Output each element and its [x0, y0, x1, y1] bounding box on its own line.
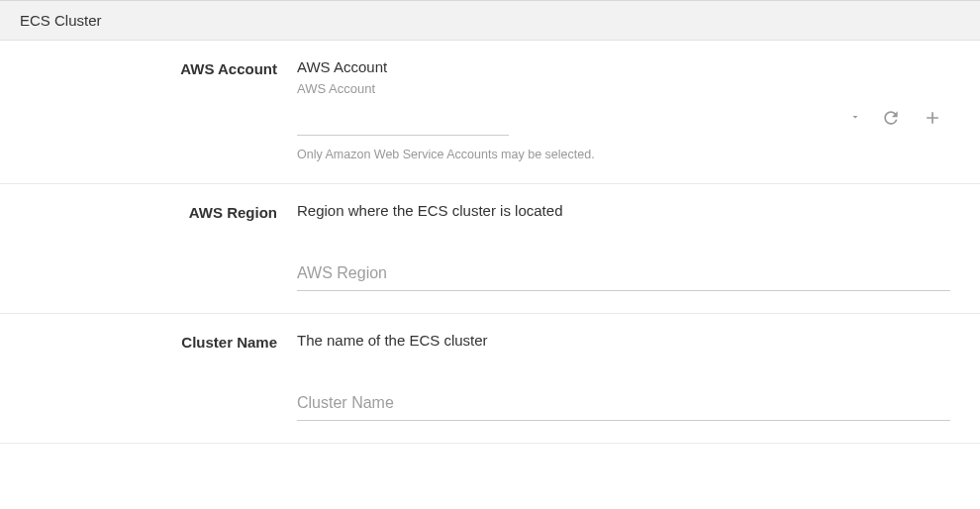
refresh-icon [881, 108, 901, 128]
aws-region-label: AWS Region [20, 202, 297, 291]
aws-account-dropdown-wrapper [297, 100, 867, 136]
aws-account-hint: Only Amazon Web Service Accounts may be … [297, 148, 950, 161]
aws-region-row: AWS Region Region where the ECS cluster … [0, 184, 980, 314]
chevron-down-icon [849, 111, 861, 125]
aws-region-input[interactable] [297, 254, 950, 291]
add-button[interactable] [915, 100, 950, 136]
refresh-button[interactable] [873, 100, 909, 136]
plus-icon [923, 108, 942, 128]
aws-account-row: AWS Account AWS Account AWS Account Only… [0, 41, 980, 184]
aws-account-sublabel: AWS Account [297, 81, 950, 96]
cluster-name-content: The name of the ECS cluster [297, 332, 960, 421]
aws-account-description: AWS Account [297, 58, 950, 75]
cluster-name-input[interactable] [297, 384, 950, 421]
aws-region-description: Region where the ECS cluster is located [297, 202, 950, 219]
cluster-name-row: Cluster Name The name of the ECS cluster [0, 314, 980, 444]
cluster-name-label: Cluster Name [20, 332, 297, 421]
aws-account-input-row [297, 100, 950, 136]
section-title: ECS Cluster [20, 12, 102, 29]
aws-account-label: AWS Account [20, 58, 297, 161]
section-header: ECS Cluster [0, 0, 980, 41]
aws-region-content: Region where the ECS cluster is located [297, 202, 960, 291]
cluster-name-description: The name of the ECS cluster [297, 332, 950, 349]
aws-account-content: AWS Account AWS Account Only Amazon Web … [297, 58, 960, 161]
aws-account-dropdown[interactable] [297, 100, 509, 136]
